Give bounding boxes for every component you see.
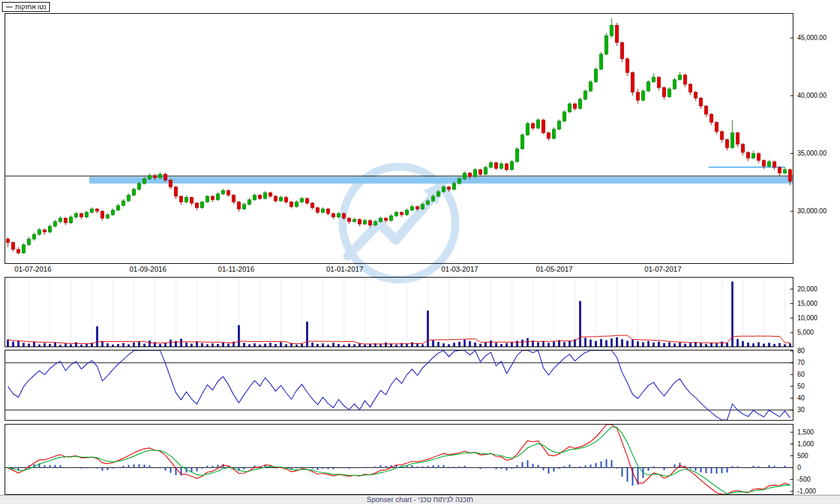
y-axis-label: 45,000.00 — [797, 34, 827, 41]
y-axis-label: 20,000 — [797, 285, 818, 293]
price-candlestick-panel — [5, 13, 793, 264]
candlestick-series — [7, 18, 792, 255]
panel-border — [5, 278, 793, 347]
signal-line — [8, 427, 790, 494]
macd-panel — [5, 424, 793, 495]
volume-panel — [5, 277, 793, 347]
technical-analysis-chart: — נטו אחזקות 01-07-201601-09-201601-11-2… — [0, 0, 840, 504]
volume-gridlines — [8, 278, 785, 346]
volume-ma-line — [8, 335, 790, 344]
y-axis-label: 50 — [797, 383, 805, 390]
date-axis: 01-07-201601-09-201601-11-201601-01-2017… — [0, 265, 840, 276]
y-axis-label: 30 — [797, 406, 805, 413]
panel-border — [5, 425, 793, 495]
rsi-line — [8, 350, 790, 420]
panel-border — [5, 14, 793, 264]
rsi-panel — [5, 350, 793, 421]
macd-histogram — [13, 459, 790, 486]
status-bar: Sponser chart - תוכנה לניתוח טכני — [0, 495, 840, 504]
x-axis-label: 01-09-2016 — [129, 265, 166, 273]
y-axis-label: 70 — [797, 359, 805, 366]
y-axis-label: 30,000.00 — [797, 207, 827, 215]
volume-bars — [7, 282, 791, 346]
y-axis-label: 40 — [797, 394, 805, 402]
series-name-label: נטו אחזקות — [15, 3, 46, 11]
y-axis-label: -1,000 — [797, 488, 816, 495]
x-axis-label: 01-07-2017 — [644, 265, 681, 273]
y-axis-label: 500 — [797, 452, 808, 459]
x-axis-label: 01-07-2016 — [14, 265, 51, 273]
x-axis-label: 01-01-2017 — [326, 265, 363, 273]
x-axis-label: 01-05-2017 — [536, 265, 572, 273]
y-axis-label: 80 — [797, 347, 805, 354]
y-axis-label: 0 — [797, 464, 801, 471]
y-axis-label: 10,000 — [797, 314, 818, 322]
y-axis-label: 60 — [797, 371, 805, 378]
y-axis-label: 1,000 — [797, 440, 814, 448]
y-axis-label: 5,000 — [797, 329, 814, 336]
support-band — [89, 177, 793, 183]
x-axis-label: 01-03-2017 — [441, 265, 478, 273]
series-legend: — נטו אחזקות — [2, 2, 50, 12]
status-bar-text: Sponser chart - תוכנה לניתוח טכני — [367, 495, 473, 503]
y-axis-label: 15,000 — [797, 300, 818, 307]
y-axis-label: 40,000.00 — [797, 92, 827, 99]
y-axis-label: -500 — [797, 476, 810, 483]
series-line-swatch: — — [6, 3, 12, 11]
x-axis-label: 01-11-2016 — [218, 265, 254, 273]
y-axis-label: 1,500 — [797, 429, 814, 436]
y-axis-label: 35,000.00 — [797, 150, 827, 157]
